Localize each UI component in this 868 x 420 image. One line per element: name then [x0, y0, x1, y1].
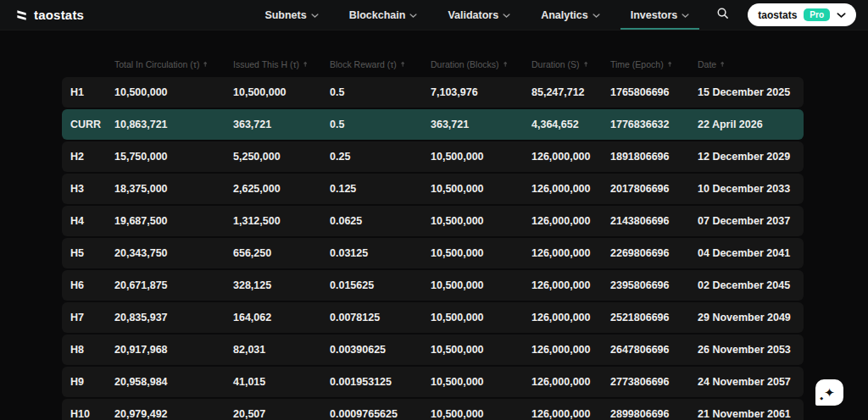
table-cell: 0.25 — [330, 151, 431, 163]
table-cell: 126,000,000 — [531, 279, 610, 291]
nav-item-validators[interactable]: Validators — [432, 0, 526, 30]
nav-item-analytics[interactable]: Analytics — [526, 0, 615, 30]
table-cell: 0.0078125 — [330, 312, 431, 323]
table-cell: 41,015 — [233, 376, 330, 388]
column-header-issued-this-h[interactable]: Issued This H (τ) — [233, 59, 330, 69]
main-nav: Subnets Blockchain Validators Analytics — [249, 0, 704, 30]
table-cell: 2269806696 — [610, 247, 698, 259]
table-cell: 2017806696 — [610, 183, 698, 195]
table-cell: 10,500,000 — [431, 279, 531, 291]
table-cell: 363,721 — [431, 119, 531, 130]
table-row-h10[interactable]: H1020,979,49220,5070.000976562510,500,00… — [62, 399, 804, 420]
table-cell: 12 December 2029 — [698, 151, 804, 163]
table-cell: 07 December 2037 — [698, 215, 804, 227]
chevron-down-icon — [409, 9, 417, 21]
column-header-block-reward[interactable]: Block Reward (τ) — [330, 59, 431, 69]
table-row-h5[interactable]: H520,343,750656,2500.0312510,500,000126,… — [62, 238, 804, 268]
table-cell: 0.125 — [330, 183, 431, 195]
table-cell: 10,863,721 — [114, 119, 233, 130]
table-cell: 126,000,000 — [531, 408, 610, 420]
table-cell: 20,343,750 — [114, 247, 233, 259]
nav-item-subnets[interactable]: Subnets — [249, 0, 333, 30]
table-cell: 0.03125 — [330, 247, 431, 259]
table-cell: 1765806696 — [610, 86, 698, 98]
table-cell: 20,917,968 — [114, 344, 233, 356]
table-cell: 126,000,000 — [531, 247, 610, 259]
table-cell: 0.0009765625 — [330, 408, 431, 420]
account-area: taostats Pro — [741, 0, 856, 30]
table-cell: 10,500,000 — [114, 86, 233, 98]
table-cell: 10 December 2033 — [698, 183, 804, 195]
search-icon — [716, 7, 729, 23]
table-row-h6[interactable]: H620,671,875328,1250.01562510,500,000126… — [62, 270, 804, 301]
table-cell: 0.0625 — [330, 215, 431, 227]
row-label: H3 — [70, 183, 114, 195]
table-cell: 2,625,000 — [233, 183, 330, 195]
table-cell: 2521806696 — [610, 312, 698, 323]
table-cell: 126,000,000 — [531, 215, 610, 227]
table-row-h9[interactable]: H920,958,98441,0150.00195312510,500,0001… — [62, 367, 804, 397]
sort-icon — [401, 59, 408, 69]
search-button[interactable] — [704, 0, 741, 30]
brand-logo[interactable]: taostats — [15, 0, 84, 30]
table-cell: 02 December 2045 — [698, 279, 804, 291]
table-cell: 0.5 — [330, 86, 431, 98]
row-label: H10 — [70, 408, 114, 420]
table-cell: 18,375,000 — [114, 183, 233, 195]
table-cell: 15 December 2025 — [698, 86, 804, 98]
column-header-duration-s[interactable]: Duration (S) — [531, 59, 610, 69]
nav-spacer — [84, 0, 249, 30]
table-cell: 24 November 2057 — [698, 376, 804, 388]
table-cell: 1891806696 — [610, 151, 698, 163]
table-cell: 2395806696 — [610, 279, 698, 291]
table-cell: 10,500,000 — [431, 312, 531, 323]
table-cell: 10,500,000 — [431, 151, 531, 163]
nav-item-blockchain[interactable]: Blockchain — [334, 0, 433, 30]
table-cell: 2647806696 — [610, 344, 698, 356]
table-cell: 0.5 — [330, 119, 431, 130]
chevron-down-icon — [593, 9, 600, 21]
table-cell: 19,687,500 — [114, 215, 233, 227]
table-cell: 126,000,000 — [531, 344, 610, 356]
row-label: H5 — [70, 247, 114, 259]
table-cell: 85,247,712 — [531, 86, 610, 98]
table-cell: 15,750,000 — [114, 151, 233, 163]
table-row-h4[interactable]: H419,687,5001,312,5000.062510,500,000126… — [62, 206, 804, 236]
account-menu-button[interactable]: taostats Pro — [748, 3, 856, 26]
column-header-date[interactable]: Date — [698, 59, 804, 69]
table-cell: 126,000,000 — [531, 376, 610, 388]
table-cell: 20,979,492 — [114, 408, 233, 420]
table-cell: 10,500,000 — [431, 183, 531, 195]
table-row-h8[interactable]: H820,917,96882,0310.0039062510,500,00012… — [62, 334, 804, 365]
sort-icon — [668, 59, 675, 69]
column-header-total-in-circulation[interactable]: Total In Circulation (τ) — [114, 59, 233, 69]
table-row-h3[interactable]: H318,375,0002,625,0000.12510,500,000126,… — [62, 174, 804, 204]
sort-icon — [203, 59, 210, 69]
table-row-curr[interactable]: CURR10,863,721363,7210.5363,7214,364,652… — [62, 109, 804, 140]
taostats-logo-icon — [15, 8, 28, 21]
table-cell: 20,671,875 — [114, 279, 233, 291]
table-cell: 7,103,976 — [431, 86, 531, 98]
table-row-h7[interactable]: H720,835,937164,0620.007812510,500,00012… — [62, 302, 804, 333]
column-header-time-epoch[interactable]: Time (Epoch) — [610, 59, 698, 69]
table-body: H110,500,00010,500,0000.57,103,97685,247… — [62, 77, 804, 420]
table-cell: 656,250 — [233, 247, 330, 259]
top-nav: taostats Subnets Blockchain Validators A… — [0, 0, 868, 30]
table-cell: 10,500,000 — [431, 376, 531, 388]
table-cell: 22 April 2026 — [698, 119, 804, 130]
sparkle-chat-icon: ✦ — [824, 386, 835, 399]
table-cell: 10,500,000 — [431, 344, 531, 356]
ai-chat-fab[interactable]: ✦ — [815, 379, 843, 406]
pro-badge: Pro — [804, 8, 830, 21]
nav-item-investors[interactable]: Investors — [615, 0, 705, 30]
column-header-duration-blocks[interactable]: Duration (Blocks) — [431, 59, 531, 69]
table-cell: 2773806696 — [610, 376, 698, 388]
row-label: H9 — [70, 376, 114, 388]
table-row-h1[interactable]: H110,500,00010,500,0000.57,103,97685,247… — [62, 77, 804, 108]
brand-name: taostats — [34, 8, 84, 22]
table-cell: 126,000,000 — [531, 312, 610, 323]
table-cell: 04 December 2041 — [698, 247, 804, 259]
table-header-row: Total In Circulation (τ) Issued This H (… — [62, 52, 804, 75]
table-row-h2[interactable]: H215,750,0005,250,0000.2510,500,000126,0… — [62, 141, 804, 172]
chevron-down-icon — [837, 8, 846, 21]
